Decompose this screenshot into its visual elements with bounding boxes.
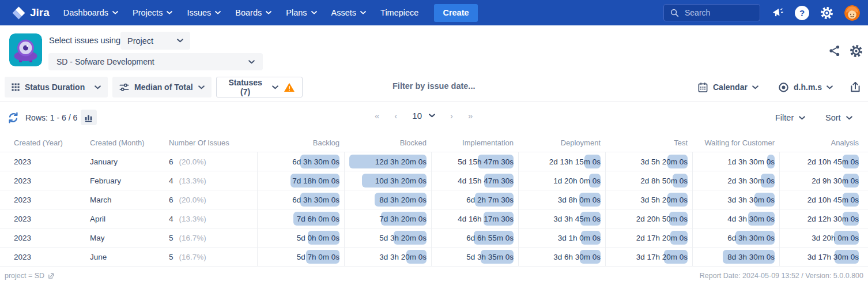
duration-value: 5d 15h 47m 30s: [458, 158, 514, 166]
nav-item-timepiece[interactable]: Timepiece: [380, 8, 418, 17]
column-header-blocked: Blocked: [344, 137, 431, 152]
table-row: 2023February4(13.3%)7d 18h 0m 0s10d 3h 2…: [0, 171, 868, 190]
duration-value: 3d 6h 30m 0s: [553, 253, 601, 261]
nav-item-projects[interactable]: Projects: [133, 8, 172, 17]
cell-created-year: 2023: [0, 152, 76, 171]
chart-view-button[interactable]: [81, 110, 97, 125]
section-divider: [0, 102, 868, 102]
nav-item-assets[interactable]: Assets: [331, 8, 367, 17]
duration-value: 7d 18h 0m 0s: [292, 177, 339, 185]
statuses-dropdown[interactable]: Statuses (7): [216, 77, 303, 97]
refresh-icon[interactable]: [7, 111, 20, 124]
issue-count: 6: [169, 196, 173, 204]
duration-value: 3d 8h 0m 0s: [558, 196, 601, 204]
sort-dropdown[interactable]: Sort: [825, 113, 852, 122]
cell-created-year: 2023: [0, 228, 76, 247]
report-type-dropdown[interactable]: Status Duration: [5, 77, 108, 97]
external-link-icon[interactable]: [47, 272, 55, 280]
filter-dropdown[interactable]: Filter: [775, 113, 805, 122]
chevron-down-icon: [846, 116, 852, 120]
chevron-down-icon: [752, 85, 758, 89]
column-header-analysis: Analysis: [779, 137, 868, 152]
gear-icon[interactable]: [820, 6, 833, 20]
page-size-select[interactable]: 10: [412, 111, 435, 121]
help-icon[interactable]: ?: [795, 6, 809, 20]
cell-created-month: January: [76, 152, 156, 171]
duration-cell: 5d 3h 20m 0s: [344, 228, 431, 247]
cell-created-month: February: [76, 171, 156, 190]
nav-item-plans[interactable]: Plans: [286, 8, 316, 17]
duration-cell: 2d 20h 50m 0s: [605, 209, 692, 228]
nav-item-boards[interactable]: Boards: [235, 8, 271, 17]
nav-item-label: Issues: [187, 8, 211, 17]
duration-cell: 2d 10h 45m 0s: [779, 152, 868, 171]
duration-value: 2d 8h 50m 0s: [640, 177, 688, 185]
top-navbar: Jira DashboardsProjectsIssuesBoardsPlans…: [0, 0, 868, 25]
duration-cell: 1d 3h 30m 0s: [692, 152, 779, 171]
nav-item-label: Dashboards: [63, 8, 108, 17]
duration-cell: 2d 10h 45m 0s: [779, 190, 868, 209]
nav-item-dashboards[interactable]: Dashboards: [63, 8, 118, 17]
nav-search[interactable]: [663, 4, 760, 21]
column-header-deployment: Deployment: [518, 137, 605, 152]
cell-number-of-issues: 4(13.3%): [156, 171, 257, 190]
metric-dropdown[interactable]: Median of Total: [112, 77, 212, 97]
issue-date-filter-input[interactable]: [391, 81, 567, 91]
duration-value: 3d 5h 20m 0s: [640, 158, 688, 166]
duration-cell: 7d 18h 0m 0s: [257, 171, 344, 190]
issue-count: 5: [169, 253, 173, 261]
duration-value: 3d 5h 20m 0s: [640, 196, 688, 204]
statuses-label: Statuses (7): [224, 78, 267, 96]
duration-cell: 6d 3h 30m 0s: [692, 228, 779, 247]
chevron-down-icon: [95, 85, 101, 89]
project-select[interactable]: SD - Sofware Development: [48, 53, 263, 70]
cell-created-month: April: [76, 209, 156, 228]
table-row: 2023June5(16.7%)5d 7h 0m 0s3d 3h 20m 0s5…: [0, 247, 868, 267]
duration-value: 3d 17h 30m 0s: [807, 253, 859, 261]
pagination-last-button[interactable]: »: [468, 111, 473, 121]
cell-created-month: June: [76, 247, 156, 266]
time-format-dropdown[interactable]: d.h.m.s: [778, 77, 833, 97]
duration-cell: 2d 17h 20m 0s: [605, 228, 692, 247]
chevron-down-icon: [198, 85, 205, 89]
search-input[interactable]: [684, 7, 752, 18]
pagination-first-button[interactable]: «: [375, 111, 379, 121]
pagination-next-button[interactable]: ›: [450, 111, 453, 121]
cell-number-of-issues: 6(20.0%): [156, 190, 257, 209]
project-select-value: SD - Sofware Development: [56, 57, 154, 66]
create-button[interactable]: Create: [434, 4, 477, 22]
issue-source-select[interactable]: Project: [120, 32, 190, 50]
report-settings-gear-icon[interactable]: [850, 44, 863, 58]
duration-value: 3d 3h 45m 0s: [553, 215, 601, 223]
time-format-label: d.h.m.s: [794, 82, 822, 92]
chevron-down-icon: [266, 11, 271, 14]
duration-value: 2d 3h 30m 0s: [727, 177, 775, 185]
announcements-icon[interactable]: [771, 6, 784, 19]
duration-cell: 2d 3h 30m 0s: [692, 171, 779, 190]
duration-cell: 5d 7h 0m 0s: [257, 247, 344, 266]
jira-logo[interactable]: Jira: [12, 6, 50, 20]
duration-cell: 7d 6h 0m 0s: [257, 209, 344, 228]
calendar-label: Calendar: [713, 82, 748, 92]
main-menu: DashboardsProjectsIssuesBoardsPlansAsset…: [63, 8, 433, 17]
duration-cell: 3d 3h 45m 0s: [518, 209, 605, 228]
help-glyph: ?: [799, 8, 805, 18]
share-icon[interactable]: [828, 44, 842, 58]
sliders-icon: [119, 82, 129, 92]
duration-cell: 3d 17h 20m 0s: [605, 247, 692, 266]
pagination-prev-button[interactable]: ‹: [394, 111, 397, 121]
table-row: 2023May5(16.7%)5d 0h 0m 0s5d 3h 20m 0s6d…: [0, 228, 868, 247]
chevron-down-icon: [360, 11, 366, 14]
duration-cell: 3d 20h 0m 0s: [779, 228, 868, 247]
duration-cell: 3d 17h 30m 0s: [779, 247, 868, 266]
export-icon[interactable]: [849, 81, 862, 93]
table-row: 2023March6(20.0%)6d 3h 30m 0s8d 3h 20m 0…: [0, 190, 868, 209]
user-avatar[interactable]: [844, 5, 860, 21]
nav-item-issues[interactable]: Issues: [187, 8, 221, 17]
nav-item-label: Boards: [235, 8, 262, 17]
duration-value: 8d 3h 30m 0s: [727, 253, 775, 261]
duration-cell: 2d 12h 30m 0s: [779, 209, 868, 228]
duration-value: 6d 3h 30m 0s: [292, 196, 339, 204]
calendar-dropdown[interactable]: Calendar: [697, 77, 758, 97]
column-header-backlog: Backlog: [257, 137, 344, 152]
